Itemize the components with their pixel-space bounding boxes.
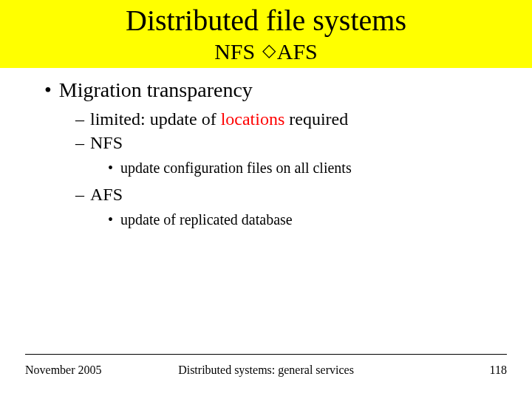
slide-subtitle: NFS ◇AFS: [0, 38, 532, 65]
bullet-lvl1: • Migration transparency: [44, 78, 488, 102]
title-band: Distributed file systems NFS ◇AFS: [0, 0, 532, 68]
subtitle-right: AFS: [277, 39, 318, 64]
bullet-dot-icon: •: [44, 78, 52, 102]
bullet-lvl3: • update configuration files on all clie…: [108, 158, 488, 177]
subtitle-left: NFS: [214, 39, 261, 64]
bullet-lvl3: • update of replicated database: [108, 210, 488, 229]
footer-course: Distributed systems: general services: [25, 364, 507, 377]
slide-body: • Migration transparency – limited: upda…: [0, 68, 532, 229]
bullet-dot-icon: •: [108, 158, 113, 177]
footer-divider: [25, 354, 507, 355]
lvl2-text: NFS: [90, 132, 123, 154]
lvl2a-prefix: limited: update of: [90, 109, 221, 129]
dash-icon: –: [75, 183, 84, 205]
dash-icon: –: [75, 132, 84, 154]
bullet-lvl2: – AFS: [75, 183, 488, 205]
lvl3-text: update configuration files on all client…: [120, 158, 352, 177]
slide-title: Distributed file systems: [0, 4, 532, 37]
bullet-dot-icon: •: [108, 210, 113, 229]
slide-footer: November 2005 Distributed systems: gener…: [25, 364, 507, 377]
bullet-lvl2: – NFS: [75, 132, 488, 154]
diamond-icon: ◇: [261, 41, 277, 60]
dash-icon: –: [75, 108, 84, 130]
lvl2-text: limited: update of locations required: [90, 108, 348, 130]
lvl3-text: update of replicated database: [120, 210, 293, 229]
lvl2-text: AFS: [90, 183, 123, 205]
lvl2a-red: locations: [221, 109, 285, 129]
lvl2a-suffix: required: [284, 109, 348, 129]
bullet-lvl2: – limited: update of locations required: [75, 108, 488, 130]
lvl1-text: Migration transparency: [59, 78, 253, 102]
